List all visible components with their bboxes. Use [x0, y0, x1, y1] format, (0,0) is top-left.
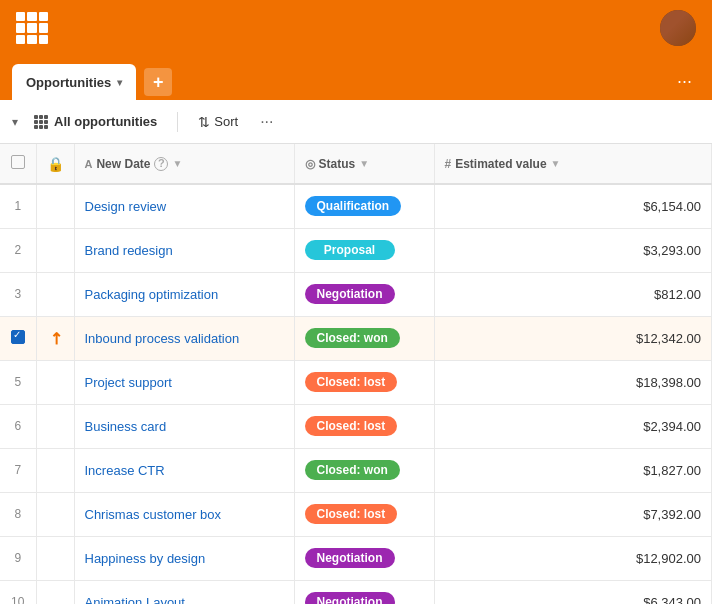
row-name-cell[interactable]: Animation Layout [74, 580, 294, 604]
table-row: 6Business cardClosed: lost$2,394.00 [0, 404, 712, 448]
row-value-cell: $6,343.00 [434, 580, 712, 604]
col-name-sort-icon[interactable]: ▼ [172, 158, 182, 169]
tab-label: Opportunities [26, 75, 111, 90]
status-badge: Negotiation [305, 548, 395, 568]
status-badge: Negotiation [305, 284, 395, 304]
toolbar: ▾ All opportunities ⇅ Sort ··· [0, 100, 712, 144]
col-value-hash-icon: # [445, 157, 452, 171]
status-badge: Closed: lost [305, 372, 398, 392]
row-name-cell[interactable]: Inbound process validation [74, 316, 294, 360]
row-name-cell[interactable]: Increase CTR [74, 448, 294, 492]
tab-opportunities[interactable]: Opportunities ▾ [12, 64, 136, 100]
row-name-cell[interactable]: Business card [74, 404, 294, 448]
status-badge: Proposal [305, 240, 395, 260]
header-checkbox[interactable] [11, 155, 25, 169]
lock-icon: 🔒 [47, 156, 64, 172]
row-number-cell: 6 [0, 404, 36, 448]
view-label: All opportunities [54, 114, 157, 129]
row-value-cell: $18,398.00 [434, 360, 712, 404]
view-grid-icon [34, 115, 48, 129]
col-name-label: New Date [96, 157, 150, 171]
tabs-bar: Opportunities ▾ + ··· [0, 56, 712, 100]
row-name-cell[interactable]: Design review [74, 184, 294, 228]
row-status-cell: Negotiation [294, 272, 434, 316]
row-value-cell: $12,342.00 [434, 316, 712, 360]
status-badge: Closed: won [305, 460, 400, 480]
table-row: 2Brand redesignProposal$3,293.00 [0, 228, 712, 272]
col-name[interactable]: A New Date ? ▼ [74, 144, 294, 184]
row-number-cell: 2 [0, 228, 36, 272]
col-name-type-icon: A [85, 158, 93, 170]
row-status-cell: Closed: lost [294, 404, 434, 448]
view-selector[interactable]: All opportunities [26, 110, 165, 133]
row-value-cell: $7,392.00 [434, 492, 712, 536]
row-status-cell: Qualification [294, 184, 434, 228]
table-row: 7Increase CTRClosed: won$1,827.00 [0, 448, 712, 492]
opportunities-table: 🔒 A New Date ? ▼ ◎ Status ▼ [0, 144, 712, 604]
row-value-cell: $2,394.00 [434, 404, 712, 448]
status-badge: Closed: lost [305, 416, 398, 436]
row-number-cell: 8 [0, 492, 36, 536]
row-name-cell[interactable]: Project support [74, 360, 294, 404]
table-row: 3Packaging optimizationNegotiation$812.0… [0, 272, 712, 316]
status-badge: Closed: won [305, 328, 400, 348]
col-value[interactable]: # Estimated value ▼ [434, 144, 712, 184]
table-body: 1Design reviewQualification$6,154.002Bra… [0, 184, 712, 604]
row-icon-cell: ↗ [36, 316, 74, 360]
col-value-label: Estimated value [455, 157, 546, 171]
app-grid-icon[interactable] [16, 12, 48, 44]
row-status-cell: Negotiation [294, 536, 434, 580]
row-icon-cell [36, 228, 74, 272]
row-icon-cell [36, 492, 74, 536]
col-status-label: Status [319, 157, 356, 171]
tab-chevron-icon: ▾ [117, 77, 122, 88]
row-icon-cell [36, 404, 74, 448]
tabs-more-button[interactable]: ··· [669, 67, 700, 96]
table-row: 10Animation LayoutNegotiation$6,343.00 [0, 580, 712, 604]
sort-button[interactable]: ⇅ Sort [190, 110, 246, 134]
col-status-target-icon: ◎ [305, 157, 315, 171]
row-name-cell[interactable]: Chrismas customer box [74, 492, 294, 536]
table-row: 8Chrismas customer boxClosed: lost$7,392… [0, 492, 712, 536]
row-value-cell: $6,154.00 [434, 184, 712, 228]
row-number-cell: 9 [0, 536, 36, 580]
row-name-cell[interactable]: Packaging optimization [74, 272, 294, 316]
row-name-cell[interactable]: Brand redesign [74, 228, 294, 272]
row-number-cell: 1 [0, 184, 36, 228]
row-value-cell: $812.00 [434, 272, 712, 316]
status-badge: Negotiation [305, 592, 395, 604]
user-avatar[interactable] [660, 10, 696, 46]
col-status[interactable]: ◎ Status ▼ [294, 144, 434, 184]
row-checkbox[interactable] [11, 330, 25, 344]
row-value-cell: $3,293.00 [434, 228, 712, 272]
col-name-info-icon: ? [154, 157, 168, 171]
table-row: ↗Inbound process validationClosed: won$1… [0, 316, 712, 360]
top-header [0, 0, 712, 56]
col-status-sort-icon[interactable]: ▼ [359, 158, 369, 169]
row-number-cell: 7 [0, 448, 36, 492]
row-icon-cell [36, 360, 74, 404]
row-number-cell: 3 [0, 272, 36, 316]
col-checkbox[interactable] [0, 144, 36, 184]
toolbar-divider [177, 112, 178, 132]
table-row: 9Happiness by designNegotiation$12,902.0… [0, 536, 712, 580]
row-status-cell: Negotiation [294, 580, 434, 604]
col-value-sort-icon[interactable]: ▼ [551, 158, 561, 169]
sort-label: Sort [214, 114, 238, 129]
table-container: 🔒 A New Date ? ▼ ◎ Status ▼ [0, 144, 712, 604]
toolbar-more-button[interactable]: ··· [254, 109, 279, 135]
row-icon-cell [36, 272, 74, 316]
row-icon-cell [36, 536, 74, 580]
row-value-cell: $1,827.00 [434, 448, 712, 492]
link-icon: ↗ [44, 327, 67, 350]
row-name-cell[interactable]: Happiness by design [74, 536, 294, 580]
status-badge: Closed: lost [305, 504, 398, 524]
row-icon-cell [36, 580, 74, 604]
row-icon-cell [36, 184, 74, 228]
row-status-cell: Closed: won [294, 448, 434, 492]
header-left [16, 12, 48, 44]
status-badge: Qualification [305, 196, 402, 216]
collapse-icon[interactable]: ▾ [12, 115, 18, 129]
col-lock: 🔒 [36, 144, 74, 184]
add-tab-button[interactable]: + [144, 68, 172, 96]
